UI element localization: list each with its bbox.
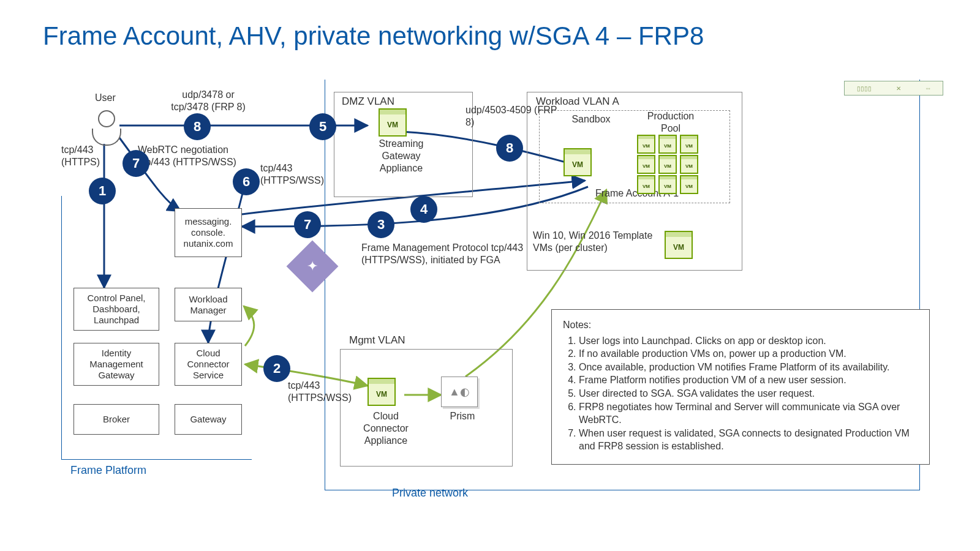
vm-icon-pool: VM	[658, 138, 677, 154]
vm-icon-pool: VM	[658, 178, 677, 194]
step-badge-8a: 8	[184, 113, 211, 140]
step-badge-1: 1	[89, 178, 116, 204]
vm-icon-pool: VM	[637, 138, 655, 154]
step-badge-2: 2	[263, 355, 290, 382]
notes-panel: Notes: User logs into Launchpad. Clicks …	[551, 309, 930, 465]
edge-six-label: tcp/443 (HTTPS/WSS)	[260, 162, 334, 187]
step-badge-4: 4	[410, 196, 437, 223]
vm-icon-pool: VM	[680, 178, 698, 194]
edge-ccs-proto: tcp/443 (HTTPS/WSS)	[288, 380, 361, 404]
step-badge-7a: 7	[123, 150, 149, 177]
notes-item: If no available production VMs on, power…	[579, 347, 918, 361]
box-cloud-connector-service: Cloud Connector Service	[175, 343, 242, 386]
notes-item: FRP8 negotiates how Terminal and Server …	[579, 400, 918, 427]
prism-label: Prism	[444, 410, 481, 422]
cca-label: Cloud Connector Appliance	[355, 410, 417, 447]
step-badge-5: 5	[309, 113, 336, 140]
notes-item: User directed to SGA. SGA validates the …	[579, 387, 918, 400]
box-broker: Broker	[74, 404, 159, 435]
edge-sga-to-pool: udp/4503-4509 (FRP 8)	[466, 104, 557, 129]
box-gateway: Gateway	[175, 404, 242, 435]
prod-pool-label: Production Pool	[637, 110, 704, 135]
vm-icon-pool: VM	[637, 178, 655, 194]
step-badge-7b: 7	[294, 211, 321, 238]
notes-item: Once available, production VM notifies F…	[579, 361, 918, 374]
box-messaging: messaging. console. nutanix.com	[175, 208, 242, 257]
box-workload-manager: Workload Manager	[175, 288, 242, 321]
region-private-network-label: Private network	[392, 487, 468, 500]
vm-icon-pool: VM	[680, 158, 698, 174]
step-badge-8b: 8	[496, 135, 523, 162]
notes-item: User logs into Launchpad. Clicks on app …	[579, 334, 918, 348]
region-frame-platform-label: Frame Platform	[70, 464, 146, 477]
edge-user-to-sga: udp/3478 or tcp/3478 (FRP 8)	[159, 89, 257, 113]
region-mgmt	[340, 349, 513, 467]
edge-user-to-controlpanel: tcp/443 (HTTPS)	[61, 144, 104, 168]
vm-icon-pool: VM	[637, 158, 655, 174]
server-rack-icon: ▯▯▯▯✕◦◦	[844, 81, 943, 96]
page-title: Frame Account, AHV, private networking w…	[43, 21, 704, 51]
box-idm-gateway: Identity Management Gateway	[74, 343, 159, 386]
notes-heading: Notes:	[563, 318, 918, 332]
user-icon	[92, 110, 121, 146]
template-vms-label: Win 10, Win 2016 Template VMs (per clust…	[533, 230, 662, 254]
mgmt-vlan-label: Mgmt VLAN	[349, 334, 405, 347]
edge-fmp: Frame Management Protocol tcp/443 (HTTPS…	[361, 242, 527, 266]
notes-item: When user request is validated, SGA conn…	[579, 427, 918, 453]
vm-icon-pool: VM	[658, 158, 677, 174]
sga-label: Streaming Gateway Appliance	[364, 138, 438, 174]
notes-list: User logs into Launchpad. Clicks on app …	[563, 334, 918, 453]
vm-icon-cca: VM	[368, 383, 396, 406]
vm-icon-sandbox: VM	[564, 153, 592, 176]
vm-icon-pool: VM	[680, 138, 698, 154]
diagram-canvas: Frame Account, AHV, private networking w…	[0, 0, 980, 551]
vm-icon-template: VM	[665, 236, 693, 259]
notes-item: Frame Platform notifies production VM of…	[579, 373, 918, 387]
step-badge-3: 3	[368, 211, 394, 238]
sandbox-label: Sandbox	[570, 113, 612, 126]
user-label: User	[95, 92, 116, 104]
step-badge-6: 6	[233, 168, 260, 195]
vm-icon-sga: VM	[379, 113, 407, 137]
box-control-panel: Control Panel, Dashboard, Launchpad	[74, 288, 159, 331]
prism-icon	[441, 377, 478, 407]
edge-webrtc: WebRTC negotiation tcp/443 (HTTPS/WSS)	[138, 144, 260, 168]
